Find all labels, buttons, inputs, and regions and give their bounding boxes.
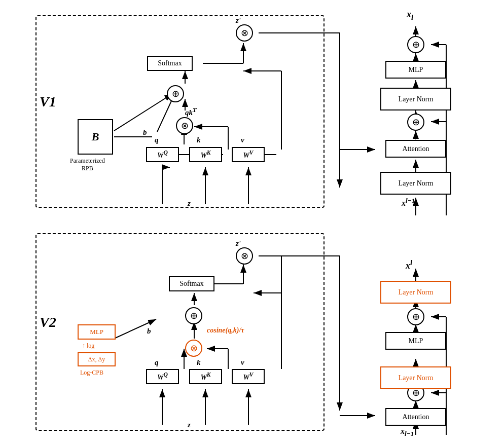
v-label-v1: v — [241, 136, 244, 144]
plus-circle-v1: ⊕ — [167, 85, 184, 102]
wv-box-v2: WV — [232, 369, 265, 384]
xl-label-v2: xl — [406, 258, 412, 271]
k-label-v1: k — [197, 136, 201, 144]
cosine-label-v2: cosine(q,k)/τ — [207, 326, 244, 335]
k-label-v2: k — [197, 358, 201, 367]
b-matrix-box: B — [78, 119, 113, 155]
logcpb-label: Log-CPB — [80, 369, 103, 377]
v1-label: V1 — [40, 94, 56, 110]
wv-box-v1: WV — [232, 147, 265, 162]
z-prime-label-v2: z' — [236, 239, 241, 248]
b-label-v1: b — [143, 128, 147, 137]
z-prime-label-v1: z' — [236, 16, 241, 25]
xl-label-v1: xl — [407, 9, 413, 22]
softmax-box-v2: Softmax — [169, 276, 214, 291]
q-label-v1: q — [155, 136, 159, 144]
wk-box-v1: WK — [189, 147, 222, 162]
z-input-label-v2: z — [188, 421, 191, 429]
wk-box-v2: WK — [189, 369, 222, 384]
xl-minus1-label-v2: xl−1 — [401, 427, 414, 438]
attention-box-v2: Attention — [385, 408, 446, 426]
plus-circle-mlp-v2: ⊕ — [407, 308, 424, 325]
b-label-v2: b — [147, 327, 151, 336]
cross-product-qk-v2: ⊗ — [185, 340, 202, 357]
mlp-box-v1: MLP — [385, 61, 446, 79]
v-label-v2: v — [241, 358, 244, 367]
attention-box-v1: Attention — [385, 140, 446, 158]
q-label-v2: q — [155, 358, 159, 367]
plus-circle-attention-v1: ⊕ — [407, 114, 424, 131]
layer-norm-bottom-v2: Layer Norm — [380, 366, 451, 389]
plus-circle-v2: ⊕ — [185, 307, 202, 324]
mlp-logcpb-box: MLP — [78, 324, 116, 340]
z-input-label-v1: z — [188, 199, 191, 208]
plus-circle-mlp-v1: ⊕ — [407, 36, 424, 53]
delta-xy-box: Δx, Δy — [78, 352, 116, 366]
softmax-box-v1: Softmax — [147, 56, 193, 71]
layer-norm-top-v2: Layer Norm — [380, 281, 451, 304]
v2-label: V2 — [40, 314, 56, 330]
qkt-label-v1: qkT — [185, 106, 197, 117]
v1-dashed-box — [35, 15, 325, 208]
xl-minus1-label-v1: xl−1 — [402, 197, 415, 208]
wq-box-v2: WQ — [146, 369, 179, 384]
layer-norm-top-v1: Layer Norm — [380, 88, 451, 110]
mlp-box-v2: MLP — [385, 332, 446, 350]
cross-product-top-v2: ⊗ — [236, 247, 253, 265]
wq-box-v1: WQ — [146, 147, 179, 162]
layer-norm-bottom-v1: Layer Norm — [380, 172, 451, 195]
log-label: ↑ log — [82, 342, 94, 350]
cross-product-top-v1: ⊗ — [236, 24, 253, 42]
rpb-label: ParameterizedRPB — [70, 157, 105, 172]
cross-product-qk-v1: ⊗ — [176, 117, 193, 134]
